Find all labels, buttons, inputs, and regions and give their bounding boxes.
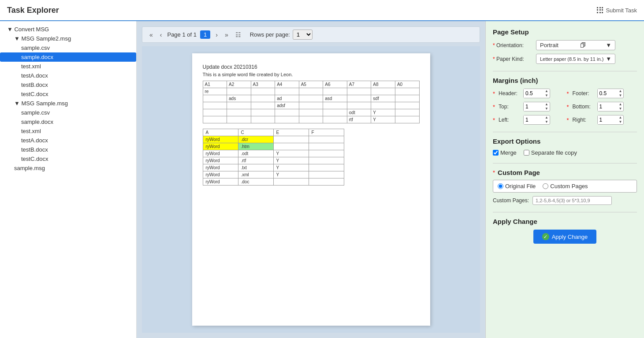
- sidebar-item-sample-csv-2[interactable]: sample.csv: [0, 108, 136, 117]
- divider-1: [493, 71, 637, 71]
- current-page-badge: 1: [200, 30, 210, 39]
- custom-pages-field-label: Custom Pages:: [493, 197, 529, 204]
- sidebar-item-testc-docx-1[interactable]: testC.docx: [0, 89, 136, 99]
- paper-kind-row: * Paper Kind: Letter paper (8.5 in. by 1…: [493, 54, 637, 64]
- merge-checkbox[interactable]: [493, 150, 499, 156]
- document-page: Update docx 20210316 This is a simple wo…: [192, 53, 430, 326]
- top-margin-field: * Top: ▲ ▼: [493, 102, 563, 111]
- page-setup-section: Page Setup * Orientation: Portrait 🗍 ▼ *…: [493, 28, 637, 64]
- left-up-button[interactable]: ▲: [543, 115, 550, 120]
- bottom-down-button[interactable]: ▼: [618, 107, 624, 111]
- rows-per-page-section: Rows per page: 1 5 10: [250, 30, 313, 40]
- header-margin-field: * Header: ▲ ▼: [493, 89, 563, 98]
- sidebar-item-msg-sample2[interactable]: ▼ MSG Sample2.msg: [0, 34, 136, 43]
- margins-section: Margins (inch) * Header: ▲ ▼: [493, 77, 637, 125]
- separate-file-checkbox[interactable]: [524, 150, 529, 156]
- sidebar-item-sample-docx-1[interactable]: sample.docx: [0, 52, 136, 62]
- header-up-button[interactable]: ▲: [543, 89, 550, 93]
- left-input-wrap: ▲ ▼: [523, 115, 550, 125]
- paper-kind-required: *: [493, 56, 495, 62]
- top-down-button[interactable]: ▼: [543, 107, 550, 111]
- first-page-button[interactable]: «: [148, 30, 155, 39]
- custom-page-section: * Custom Page Original File Custom Pages…: [493, 169, 637, 205]
- original-file-label: Original File: [505, 183, 536, 189]
- right-spinners: ▲ ▼: [618, 115, 624, 124]
- separate-file-label: Separate file copy: [531, 149, 577, 156]
- sidebar-item-testc-docx-2[interactable]: testC.docx: [0, 154, 136, 163]
- paper-kind-dropdown-icon: ▼: [606, 56, 611, 62]
- sidebar-item-testb-docx-1[interactable]: testB.docx: [0, 80, 136, 89]
- sidebar-tree: ▼ Convert MSG▼ MSG Sample2.msg sample.cs…: [0, 25, 136, 173]
- left-input[interactable]: [524, 115, 543, 124]
- app-header: Task Explorer Submit Task: [0, 0, 644, 21]
- sidebar-item-sample-csv-1[interactable]: sample.csv: [0, 43, 136, 52]
- custom-page-required: *: [493, 169, 495, 176]
- right-panel: Page Setup * Orientation: Portrait 🗍 ▼ *…: [485, 21, 644, 338]
- footer-down-button[interactable]: ▼: [618, 93, 624, 98]
- center-content: « ‹ Page 1 of 1 1 › » ☷ Rows per page: 1…: [137, 21, 485, 338]
- custom-page-radio-row: Original File Custom Pages: [493, 180, 637, 193]
- sidebar-item-test-xml-2[interactable]: test.xml: [0, 126, 136, 136]
- custom-pages-input[interactable]: [532, 196, 612, 205]
- top-input-wrap: ▲ ▼: [523, 102, 550, 111]
- bottom-input[interactable]: [598, 102, 618, 111]
- margins-grid: * Header: ▲ ▼ * Footer:: [493, 89, 637, 125]
- header-input-wrap: ▲ ▼: [523, 89, 550, 98]
- merge-label: Merge: [500, 149, 517, 156]
- sidebar-item-testa-docx-1[interactable]: testA.docx: [0, 71, 136, 80]
- apply-change-button[interactable]: ✓ Apply Change: [533, 230, 597, 244]
- sidebar-item-testb-docx-2[interactable]: testB.docx: [0, 145, 136, 154]
- header-input[interactable]: [524, 89, 543, 98]
- merge-checkbox-wrap[interactable]: Merge: [493, 149, 517, 156]
- prev-page-button[interactable]: ‹: [158, 30, 164, 39]
- page-setup-title: Page Setup: [493, 28, 637, 36]
- bottom-margin-field: * Bottom: ▲ ▼: [567, 102, 637, 111]
- right-up-button[interactable]: ▲: [618, 115, 624, 120]
- apply-change-section: Apply Change ✓ Apply Change: [493, 218, 637, 244]
- top-label: Top:: [499, 104, 521, 110]
- header-down-button[interactable]: ▼: [543, 93, 550, 98]
- bottom-spinners: ▲ ▼: [618, 102, 624, 111]
- bottom-up-button[interactable]: ▲: [618, 102, 624, 107]
- divider-4: [493, 212, 637, 212]
- right-margin-field: * Right: ▲ ▼: [567, 115, 637, 125]
- sidebar-item-test-xml-1[interactable]: test.xml: [0, 62, 136, 71]
- bottom-label: Bottom:: [573, 104, 595, 110]
- sidebar-item-sample-docx-2[interactable]: sample.docx: [0, 117, 136, 126]
- top-input[interactable]: [524, 102, 543, 111]
- footer-input[interactable]: [598, 89, 618, 98]
- right-input[interactable]: [598, 115, 618, 124]
- sidebar: ▼ Convert MSG▼ MSG Sample2.msg sample.cs…: [0, 21, 137, 338]
- paper-kind-select-wrap[interactable]: Letter paper (8.5 in. by 11 in.) ▼: [536, 54, 615, 64]
- next-page-button[interactable]: ›: [214, 30, 220, 39]
- sidebar-item-convert-msg[interactable]: ▼ Convert MSG: [0, 25, 136, 34]
- orientation-select-wrap[interactable]: Portrait 🗍 ▼: [536, 40, 615, 50]
- submit-task-button[interactable]: Submit Task: [597, 7, 637, 14]
- original-file-radio[interactable]: [498, 183, 503, 189]
- right-down-button[interactable]: ▼: [618, 120, 624, 124]
- export-options-section: Export Options Merge Separate file copy: [493, 137, 637, 156]
- custom-pages-radio-wrap[interactable]: Custom Pages: [543, 183, 588, 189]
- custom-page-title: Custom Page: [498, 169, 540, 176]
- footer-up-button[interactable]: ▲: [618, 89, 624, 93]
- last-page-button[interactable]: »: [223, 30, 230, 39]
- app-title: Task Explorer: [7, 6, 59, 15]
- top-up-button[interactable]: ▲: [543, 102, 550, 107]
- apply-change-label: Apply Change: [552, 234, 588, 240]
- sidebar-item-sample-msg[interactable]: sample.msg: [0, 163, 136, 173]
- grid-view-button[interactable]: ☷: [234, 30, 243, 39]
- submit-task-label: Submit Task: [606, 7, 637, 14]
- document-area: Update docx 20210316 This is a simple wo…: [142, 46, 480, 333]
- separate-file-checkbox-wrap[interactable]: Separate file copy: [524, 149, 577, 156]
- custom-pages-label: Custom Pages: [550, 183, 588, 189]
- left-margin-field: * Left: ▲ ▼: [493, 115, 563, 125]
- footer-spinners: ▲ ▼: [618, 89, 624, 98]
- rows-per-page-select[interactable]: 1 5 10: [293, 30, 313, 40]
- sidebar-item-msg-sample[interactable]: ▼ MSG Sample.msg: [0, 99, 136, 108]
- sidebar-item-testa-docx-2[interactable]: testA.docx: [0, 136, 136, 145]
- paper-kind-value: Letter paper (8.5 in. by 11 in.): [540, 56, 603, 62]
- original-file-radio-wrap[interactable]: Original File: [498, 183, 536, 189]
- custom-pages-radio[interactable]: [543, 183, 548, 189]
- left-down-button[interactable]: ▼: [543, 120, 550, 124]
- bottom-input-wrap: ▲ ▼: [597, 102, 624, 111]
